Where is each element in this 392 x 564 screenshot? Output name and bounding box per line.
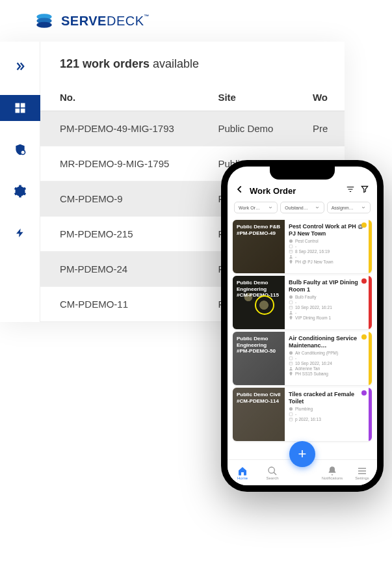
status-dot — [361, 334, 367, 340]
back-icon[interactable] — [235, 185, 244, 196]
phone-notch — [270, 167, 335, 180]
card-thumbnail: Public Demo Engineering#CM-PDEMO-115 — [233, 276, 285, 329]
sidebar-bolt[interactable] — [7, 220, 33, 246]
card-title: Pest Control Work at PH @ PJ New Town — [289, 223, 365, 237]
card-date: 10 Sep 2022, 16:24 — [289, 361, 365, 366]
menu-icon — [357, 466, 367, 476]
search-icon — [267, 466, 278, 476]
logo-text: SERVEDECK™ — [61, 14, 150, 29]
svg-rect-18 — [289, 356, 293, 360]
card-thumbnail: Public Demo Engineering#PM-PDEMO-50 — [233, 332, 285, 385]
card-assignee: - — [289, 254, 365, 259]
sidebar-expand[interactable] — [7, 53, 33, 79]
cell-no: CM-PDEMO-9 — [40, 181, 198, 217]
work-order-count: 121 work orders available — [60, 57, 345, 71]
tab-search[interactable]: Search — [258, 466, 287, 480]
cell-no: PM-PDEMO-215 — [40, 217, 198, 252]
svg-point-21 — [289, 407, 293, 410]
svg-point-8 — [21, 151, 24, 154]
card-body: Bulb Faulty at VIP Dining Room 1Bulb Fau… — [285, 276, 369, 329]
cell-site: Public Demo — [198, 111, 293, 146]
cell-no: CM-PDEMO-11 — [40, 287, 198, 322]
card-thumbnail: Public Demo F&B#PM-PDEMO-49 — [233, 220, 285, 273]
card-type: Air Conditioning (PPM) — [289, 351, 365, 355]
fab-add[interactable]: + — [289, 441, 315, 467]
tab-settings[interactable]: Settings — [348, 466, 376, 480]
col-site[interactable]: Site — [198, 84, 293, 111]
filter-pill[interactable]: Work Or… — [234, 202, 278, 213]
work-order-card[interactable]: Public Demo Civil#CM-PDEMO-114Tiles crac… — [233, 388, 372, 441]
card-body: Air Conditioning Service Maintenanc…Air … — [285, 332, 369, 385]
card-date: 10 Sep 2022, 16:21 — [289, 305, 365, 310]
bell-icon — [327, 466, 337, 476]
work-order-card[interactable]: Public Demo Engineering#CM-PDEMO-115Bulb… — [233, 276, 372, 329]
svg-point-9 — [289, 239, 293, 242]
tab-notifications[interactable]: Notifications — [318, 466, 346, 480]
svg-rect-10 — [289, 245, 293, 248]
card-body: Tiles cracked at Female ToiletPlumbing-p… — [285, 388, 369, 441]
home-icon — [237, 466, 248, 476]
status-dot — [361, 390, 367, 396]
logo-icon — [33, 9, 56, 33]
card-extra: - — [289, 356, 365, 360]
priority-stripe — [369, 388, 372, 441]
svg-rect-15 — [289, 306, 293, 309]
cell-no: PM-PDEMO-24 — [40, 252, 198, 287]
filter-pill[interactable]: Outstand… — [280, 202, 324, 213]
svg-point-20 — [290, 367, 291, 368]
svg-rect-19 — [289, 362, 293, 365]
card-extra: - — [289, 412, 365, 416]
priority-stripe — [369, 220, 372, 273]
table-row[interactable]: PM-PDEMO-49-MIG-1793Public DemoPre — [40, 111, 345, 146]
svg-rect-23 — [289, 418, 293, 421]
svg-point-16 — [290, 311, 291, 312]
sidebar-security[interactable] — [7, 137, 33, 163]
work-order-card[interactable]: Public Demo F&B#PM-PDEMO-49Pest Control … — [233, 220, 372, 273]
priority-stripe — [369, 276, 372, 329]
phone-title: Work Order — [250, 186, 341, 196]
filter-pill[interactable]: Assignm… — [327, 202, 371, 213]
status-dot — [361, 222, 367, 228]
card-type: Plumbing — [289, 407, 365, 411]
sidebar-dashboard[interactable] — [0, 95, 40, 121]
priority-stripe — [369, 332, 372, 385]
card-location: PH SS15 Subang — [289, 371, 365, 376]
col-no[interactable]: No. — [40, 84, 198, 111]
phone-filters: Work Or…Outstand…Assignm… — [228, 202, 377, 217]
work-order-card[interactable]: Public Demo Engineering#PM-PDEMO-50Air C… — [233, 332, 372, 385]
sidebar-settings[interactable] — [7, 178, 33, 204]
card-date: p 2022, 16:13 — [289, 417, 365, 422]
svg-rect-11 — [289, 250, 293, 253]
card-title: Bulb Faulty at VIP Dining Room 1 — [289, 279, 365, 293]
logo-area: SERVEDECK™ — [0, 0, 392, 42]
card-extra: - — [289, 244, 365, 248]
col-wo[interactable]: Wo — [293, 84, 345, 111]
filter-icon[interactable] — [360, 185, 369, 196]
card-location: VIP Dining Room 1 — [289, 316, 365, 320]
svg-rect-5 — [15, 109, 20, 113]
svg-point-12 — [290, 255, 291, 256]
tab-home[interactable]: Home — [228, 466, 257, 480]
card-type: Bulb Faulty — [289, 295, 365, 299]
svg-point-2 — [36, 22, 51, 28]
cell-wo: Pre — [293, 111, 345, 146]
svg-point-17 — [289, 351, 293, 354]
cell-no: PM-PDEMO-49-MIG-1793 — [40, 111, 198, 146]
sidebar — [0, 42, 40, 322]
svg-rect-6 — [20, 109, 25, 113]
sort-icon[interactable] — [346, 185, 355, 196]
card-list: Public Demo F&B#PM-PDEMO-49Pest Control … — [228, 220, 377, 441]
card-assignee: Adrienne Tan — [289, 366, 365, 371]
svg-rect-4 — [20, 103, 25, 108]
card-title: Air Conditioning Service Maintenanc… — [289, 335, 365, 349]
card-title: Tiles cracked at Female Toilet — [289, 391, 365, 405]
svg-rect-14 — [289, 301, 293, 304]
card-date: 8 Sep 2022, 16:19 — [289, 249, 365, 254]
svg-point-24 — [268, 467, 274, 473]
status-dot — [361, 278, 367, 284]
card-location: PH @ PJ New Town — [289, 260, 365, 264]
svg-rect-3 — [15, 103, 20, 108]
cell-no: MR-PDEMO-9-MIG-1795 — [40, 146, 198, 181]
card-thumbnail: Public Demo Civil#CM-PDEMO-114 — [233, 388, 285, 441]
card-body: Pest Control Work at PH @ PJ New TownPes… — [285, 220, 369, 273]
